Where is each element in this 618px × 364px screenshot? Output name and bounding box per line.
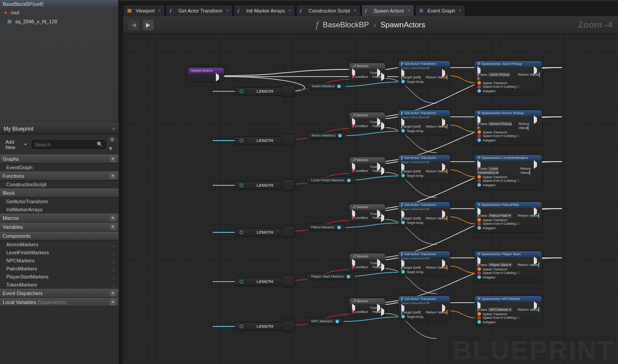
item-initmarkerarrays[interactable]: InitMarkerArrays <box>0 206 119 214</box>
section-components[interactable]: Components <box>0 231 119 240</box>
search-icon: 🔍 <box>97 141 103 147</box>
node-branch[interactable]: ⎇ BranchTrue ConditionFalse <box>349 253 385 271</box>
function-icon: f <box>365 8 372 14</box>
var-patrolmarkers[interactable]: PatrolMarkers◡ <box>0 265 119 273</box>
editor-tabs: ▦Viewport× fGet Actor Transform× fInit M… <box>123 4 618 16</box>
node-variable-get[interactable]: Level Finish Markers <box>307 177 355 183</box>
node-spawn-actor[interactable]: ⚙ SpawnActor Player Start Class Player S… <box>475 251 542 281</box>
node-branch[interactable]: ⎇ BranchTrue ConditionFalse <box>349 63 385 81</box>
tab-close-icon[interactable]: × <box>159 8 161 13</box>
section-graphs[interactable]: Graphs+ <box>0 154 119 163</box>
tab-spawnactors[interactable]: fSpawn Actors× <box>361 4 414 16</box>
tab-close-icon[interactable]: × <box>354 8 356 13</box>
add-localvar-button[interactable]: + <box>110 299 116 305</box>
section-dispatchers[interactable]: Event Dispatchers+ <box>0 289 119 298</box>
node-branch[interactable]: ⎇ BranchTrue ConditionFalse <box>349 112 385 130</box>
node-branch[interactable]: ⎇ BranchTrue ConditionFalse <box>349 298 385 316</box>
tab-close-icon[interactable]: × <box>226 8 229 13</box>
tab-viewport[interactable]: ▦Viewport× <box>123 4 165 16</box>
nav-back-button[interactable]: ◄ <box>129 20 139 30</box>
var-ammomarkers[interactable]: AmmoMarkers◡ <box>0 240 119 248</box>
add-new-button[interactable]: Add New <box>3 138 29 151</box>
var-tokenmarkers[interactable]: TokenMarkers◡ <box>0 281 119 289</box>
viewport-icon: ▦ <box>127 8 133 14</box>
node-variable-get[interactable]: Ammo Markers <box>307 133 346 138</box>
eye-closed-icon[interactable]: ◡ <box>111 266 115 271</box>
section-localvars[interactable]: Local Variables (SpawnActors) + <box>0 298 119 307</box>
breadcrumb-parent[interactable]: BaseBlockBP <box>323 21 369 30</box>
nav-forward-button[interactable]: ► <box>143 20 154 30</box>
mesh-item-label: sq_2048_x_ht_128 <box>15 19 57 24</box>
node-get-actor-transform[interactable]: f Get Actor TransformTarget is Base Bloc… <box>399 61 450 86</box>
item-getactortransform[interactable]: GetActorTransform <box>0 197 119 206</box>
node-get-actor-transform[interactable]: f Get Actor TransformTarget is Base Bloc… <box>399 251 450 276</box>
eye-closed-icon[interactable]: ◡ <box>111 283 115 287</box>
node-branch[interactable]: ⎇ BranchTrue ConditionFalse <box>349 157 385 175</box>
eye-closed-icon[interactable]: ◡ <box>111 242 115 247</box>
blueprint-canvas[interactable]: Spawn Actors LENGTHToken Markers⎇ Branch… <box>123 34 618 364</box>
add-function-button[interactable]: + <box>110 173 116 179</box>
node-spawn-actor[interactable]: ⚙ SpawnActor Ammo Pickup Class Ammo Pick… <box>475 110 542 144</box>
node-greater[interactable] <box>282 227 295 237</box>
function-icon: f <box>316 20 318 30</box>
zoom-indicator: Zoom -4 <box>578 20 613 30</box>
node-greater[interactable] <box>282 180 295 190</box>
node-get-actor-transform[interactable]: f Get Actor TransformTarget is Base Bloc… <box>399 155 450 180</box>
section-variables[interactable]: Variables+ <box>0 223 119 231</box>
section-block[interactable]: Block <box>0 188 119 197</box>
tab-getactortransform[interactable]: fGet Actor Transform× <box>166 4 232 16</box>
node-get-actor-transform[interactable]: f Get Actor TransformTarget is Base Bloc… <box>399 110 450 135</box>
item-eventgraph[interactable]: EventGraph <box>0 163 119 171</box>
node-variable-get[interactable]: Token Markers <box>307 83 345 89</box>
close-icon[interactable]: × <box>112 126 115 132</box>
search-input[interactable]: 🔍 <box>32 140 106 149</box>
function-icon: f <box>238 8 244 14</box>
blueprint-watermark: BLUEPRINT <box>453 335 614 364</box>
node-branch[interactable]: ⎇ BranchTrue ConditionFalse <box>349 204 385 222</box>
graph-icon: ⊞ <box>419 8 425 14</box>
node-greater[interactable] <box>282 135 295 146</box>
node-spawn-actor[interactable]: ⚙ SpawnActor LevelDestination Class Leve… <box>475 155 542 189</box>
node-greater[interactable] <box>282 321 295 331</box>
node-variable-get[interactable]: Patrol Markers <box>307 224 345 230</box>
scene-root-icon: 🔺 <box>3 9 9 16</box>
breadcrumb: f BaseBlockBP › SpawnActors <box>316 20 425 30</box>
item-constructionscript[interactable]: ConstructionScript <box>0 180 119 188</box>
my-blueprint-panel-title: My Blueprint × <box>0 124 119 134</box>
tab-constructionscript[interactable]: fConstruction Script× <box>296 4 360 16</box>
tab-close-icon[interactable]: × <box>408 8 410 13</box>
node-spawn-actor[interactable]: ⚙ SpawnActor Juice Pickup Class Juice Pi… <box>475 61 542 95</box>
tab-close-icon[interactable]: × <box>459 8 461 13</box>
add-graph-button[interactable]: + <box>110 156 116 162</box>
function-icon: f <box>300 8 306 14</box>
tab-initmarkerarrays[interactable]: fInit Marker Arrays× <box>234 4 295 16</box>
function-icon: f <box>170 8 176 14</box>
node-greater[interactable] <box>282 276 295 287</box>
node-function-entry[interactable]: Spawn Actors <box>188 68 224 81</box>
eye-closed-icon[interactable]: ◡ <box>111 274 115 279</box>
components-mesh-item[interactable]: ▦ sq_2048_x_ht_128 <box>0 17 118 26</box>
var-npcmarkers[interactable]: NPCMarkers◡ <box>0 257 119 265</box>
tab-eventgraph[interactable]: ⊞Event Graph× <box>415 4 466 16</box>
node-variable-get[interactable]: Player Start Markers <box>307 274 355 279</box>
eye-closed-icon[interactable]: ◡ <box>111 258 115 263</box>
node-greater[interactable] <box>282 86 295 96</box>
add-dispatcher-button[interactable]: + <box>110 290 116 296</box>
node-spawn-actor[interactable]: ⚙ SpawnActor PatrolPillar Class Patrol P… <box>475 202 542 232</box>
add-variable-button[interactable]: + <box>110 224 116 230</box>
add-macro-button[interactable]: + <box>110 215 116 221</box>
visibility-toggle-icon[interactable]: 👁▾ <box>109 136 116 153</box>
components-root[interactable]: 🔺 root <box>0 8 118 17</box>
components-self-header[interactable]: BaseBlockBP(self) <box>0 0 118 8</box>
node-spawn-actor[interactable]: ⚙ SpawnActor NPCMarker Class NPCMarker ▾… <box>475 296 542 326</box>
node-get-actor-transform[interactable]: f Get Actor TransformTarget is Base Bloc… <box>399 202 450 227</box>
section-functions[interactable]: Functions+ <box>0 171 119 180</box>
root-label: root <box>11 10 19 15</box>
tab-close-icon[interactable]: × <box>288 8 291 13</box>
section-macros[interactable]: Macros+ <box>0 214 119 223</box>
eye-closed-icon[interactable]: ◡ <box>111 250 115 255</box>
var-playerstartmarkers[interactable]: PlayerStartMarkers◡ <box>0 273 119 281</box>
node-get-actor-transform[interactable]: f Get Actor TransformTarget is Base Bloc… <box>399 296 450 321</box>
node-variable-get[interactable]: NPC Markers <box>307 318 343 324</box>
var-levelfinishmarkers[interactable]: LevelFinishMarkers◡ <box>0 248 119 257</box>
